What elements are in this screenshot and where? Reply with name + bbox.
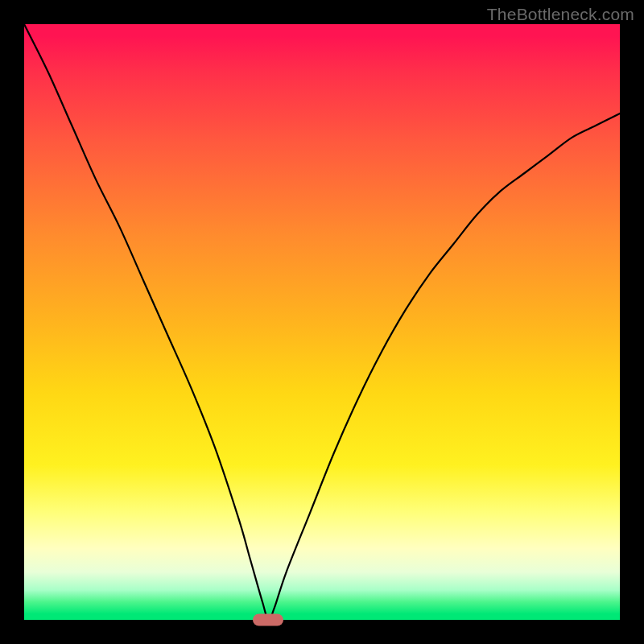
chart-frame: TheBottleneck.com [0,0,644,644]
bottleneck-curve [24,24,620,620]
plot-area [24,24,620,620]
watermark-text: TheBottleneck.com [487,5,634,24]
optimal-marker [253,614,283,626]
